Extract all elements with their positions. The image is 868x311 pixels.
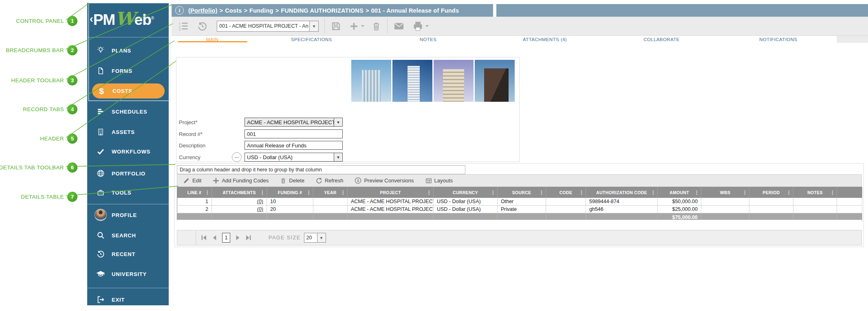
sidebar-item-tools[interactable]: TOOLS [87, 184, 169, 201]
group-by-drop-zone[interactable]: Drag a column header and drop it here to… [177, 165, 465, 174]
pager: 1 PAGE SIZE 20 [177, 230, 862, 245]
column-menu-icon[interactable] [830, 190, 835, 195]
delete-button[interactable]: Delete [280, 177, 304, 184]
sidebar-item-costs[interactable]: $ COSTS [92, 83, 165, 99]
page-size-dropdown-arrow[interactable] [317, 233, 326, 242]
table-row[interactable]: 1 (0) 10 ACME - ACME HOSPITAL PROJECT US… [177, 198, 862, 206]
record-select[interactable]: 001 - ACME HOSPITAL PROJECT - An [217, 21, 319, 32]
toolbar-divider [387, 18, 388, 34]
column-menu-icon[interactable] [786, 190, 791, 195]
graduation-cap-icon [96, 269, 105, 278]
print-dropdown-arrow[interactable] [425, 25, 429, 28]
add-funding-codes-button[interactable]: Add Funding Codes [213, 177, 269, 184]
layouts-button[interactable]: Layouts [425, 177, 453, 184]
column-header-code[interactable]: CODE [546, 187, 586, 198]
column-header-wbs[interactable]: WBS [701, 187, 749, 198]
email-icon[interactable] [393, 20, 405, 32]
column-menu-icon[interactable] [579, 190, 584, 195]
column-menu-icon[interactable] [260, 190, 265, 195]
callout-number-4: 4 [67, 104, 77, 114]
page-size-select[interactable]: 20 [304, 233, 326, 243]
callout-number-2: 2 [67, 45, 77, 55]
callout-number-5: 5 [67, 134, 77, 144]
column-menu-icon[interactable] [694, 190, 699, 195]
column-header-attachments[interactable]: ATTACHMENTS [212, 187, 267, 198]
sidebar-item-plans[interactable]: PLANS [87, 42, 169, 59]
description-field[interactable] [245, 141, 343, 150]
sidebar-item-profile[interactable]: PROFILE [87, 207, 169, 223]
tab-collaborate[interactable]: COLLABORATE [603, 36, 720, 43]
column-header-line[interactable]: LINE # [177, 187, 212, 198]
column-menu-icon[interactable] [651, 190, 656, 195]
project-photo-3 [434, 60, 474, 102]
print-icon[interactable] [412, 20, 429, 32]
project-select[interactable]: ACME - ACME HOSPITAL PROJECT [245, 118, 343, 127]
record-tabs: MAIN SPECIFICATIONS NOTES ATTACHMENTS (4… [172, 36, 837, 43]
attachments-link[interactable]: (0) [257, 199, 263, 204]
sidebar-item-portfolio[interactable]: PORTFOLIO [87, 165, 169, 182]
currency-dropdown-arrow[interactable] [334, 153, 342, 161]
breadcrumb-portfolio-link[interactable]: (Portfolio) [188, 7, 217, 14]
column-menu-icon[interactable] [427, 190, 432, 195]
sidebar-item-forms[interactable]: FORMS [87, 63, 169, 79]
sidebar-item-exit[interactable]: EXIT [87, 291, 169, 308]
info-icon[interactable]: i [175, 6, 184, 15]
sidebar-item-university[interactable]: UNIVERSITY [87, 266, 169, 282]
recent-records-icon[interactable] [197, 21, 208, 32]
sidebar-item-schedules[interactable]: SCHEDULES [87, 103, 169, 120]
project-dropdown-arrow[interactable] [334, 118, 342, 126]
column-header-year[interactable]: YEAR [313, 187, 348, 198]
last-page-icon[interactable] [246, 235, 251, 241]
column-menu-icon[interactable] [539, 190, 544, 195]
table-row[interactable]: 2 (0) 20 ACME - ACME HOSPITAL PROJECT US… [177, 206, 862, 213]
attachments-link[interactable]: (0) [257, 206, 263, 212]
column-header-currency[interactable]: CURRENCY [434, 187, 498, 198]
column-menu-icon[interactable] [205, 190, 210, 195]
page-size-label: PAGE SIZE [269, 235, 301, 241]
record-select-dropdown-arrow[interactable] [309, 21, 318, 31]
column-menu-icon[interactable] [491, 190, 496, 195]
currency-options-icon[interactable] [232, 152, 242, 162]
project-photo-1 [351, 60, 391, 102]
sidebar-item-recent[interactable]: RECENT [87, 246, 169, 262]
next-page-icon[interactable] [235, 235, 241, 241]
column-header-period[interactable]: PERIOD [749, 187, 793, 198]
tab-notes[interactable]: NOTES [370, 36, 486, 43]
sidebar-item-assets[interactable]: ASSETS [87, 124, 169, 140]
preview-conversions-button[interactable]: $ Preview Conversions [355, 177, 414, 184]
tab-attachments[interactable]: ATTACHMENTS (4) [487, 36, 603, 43]
column-header-notes[interactable]: NOTES [793, 187, 837, 198]
callout-details-tab-toolbar: DETAILS TAB TOOLBAR 6 [0, 162, 77, 172]
save-icon[interactable] [330, 21, 341, 32]
svg-text:3: 3 [179, 28, 181, 31]
refresh-button[interactable]: Refresh [316, 177, 344, 184]
add-record-dropdown-arrow[interactable] [361, 25, 365, 28]
edit-button[interactable]: Edit [183, 177, 201, 184]
sidebar-item-search[interactable]: SEARCH [87, 227, 169, 243]
column-menu-icon[interactable] [742, 190, 747, 195]
collapse-sidebar-chevron[interactable]: ‹ [90, 13, 93, 24]
record-number-field[interactable] [245, 129, 343, 138]
pmweb-logo: ‹ PMWeb® [87, 6, 169, 31]
project-photo-4 [475, 60, 515, 102]
column-menu-icon[interactable] [306, 190, 311, 195]
delete-record-icon[interactable] [371, 21, 381, 31]
refresh-icon [316, 177, 322, 184]
record-list-icon[interactable]: 123 [178, 21, 189, 31]
column-header-amount[interactable]: AMOUNT [658, 187, 701, 198]
column-header-funding[interactable]: FUNDING # [267, 187, 313, 198]
column-header-project[interactable]: PROJECT [348, 187, 434, 198]
sidebar-item-workflows[interactable]: WORKFLOWS [87, 143, 169, 160]
column-header-source[interactable]: SOURCE [498, 187, 546, 198]
current-page[interactable]: 1 [222, 233, 230, 243]
dollar-circle-icon: $ [355, 177, 361, 184]
column-menu-icon[interactable] [341, 190, 346, 195]
add-record-icon[interactable] [349, 21, 365, 31]
tab-notifications[interactable]: NOTIFICATIONS [720, 36, 837, 43]
currency-select[interactable]: USD - Dollar (USA) [245, 153, 343, 162]
first-page-icon[interactable] [201, 235, 207, 241]
previous-page-icon[interactable] [211, 235, 217, 241]
column-header-authorization-code[interactable]: AUTHORIZATION CODE [586, 187, 658, 198]
tab-specifications[interactable]: SPECIFICATIONS [253, 36, 370, 43]
exit-icon [96, 295, 105, 304]
